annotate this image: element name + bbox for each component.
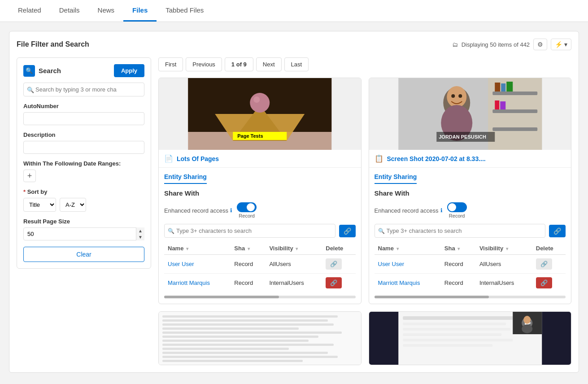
row1-name-1[interactable]: User User [168, 261, 194, 267]
search-label: Search [39, 67, 61, 74]
enhanced-toggle-1[interactable] [237, 202, 257, 212]
search-icon: 🔍 [23, 65, 35, 77]
last-page-button[interactable]: Last [284, 57, 309, 71]
tab-tabbed-files[interactable]: Tabbed Files [157, 0, 213, 22]
file-title-2[interactable]: Screen Shot 2020-07-02 at 8.33.... [387, 155, 486, 162]
sort-row: Title Date Name A-Z Z-A [23, 198, 144, 212]
link-button-1[interactable]: 🔗 [339, 225, 356, 237]
row1-vis-2: AllUsers [476, 255, 532, 274]
file-card-4 [369, 311, 572, 365]
share-with-title-2: Share With [375, 189, 566, 197]
share-search-input-2[interactable] [375, 224, 546, 238]
enhanced-label-2: Enhanced record access ℹ [375, 207, 443, 214]
displaying-count: Displaying 50 items of 442 [462, 41, 530, 48]
enhanced-toggle-2[interactable] [447, 202, 467, 212]
svg-rect-15 [506, 82, 513, 92]
search-mini-icon: 🔍 [27, 86, 34, 93]
delete-btn-row2-1[interactable]: 🔗 [326, 277, 342, 288]
svg-rect-16 [495, 100, 499, 109]
row1-share-1: Record [231, 255, 266, 274]
link-button-2[interactable]: 🔗 [549, 225, 566, 237]
row2-share-2: Record [441, 274, 476, 292]
svg-point-21 [458, 94, 462, 98]
file-title-row-1: 📄 Lots Of Pages [159, 150, 361, 168]
svg-rect-31 [403, 344, 492, 347]
svg-rect-26 [403, 316, 515, 320]
doc-lines-3 [162, 315, 357, 362]
delete-btn-row1-1[interactable]: 🔗 [326, 258, 342, 270]
row2-vis-2: InternalUsers [476, 274, 532, 292]
share-with-title-1: Share With [164, 189, 356, 197]
row1-name-2[interactable]: User User [378, 261, 405, 267]
filter-card: File Filter and Search 🗂 Displaying 50 i… [9, 31, 579, 373]
search-input[interactable] [23, 83, 144, 96]
layers-icon: 🗂 [452, 41, 458, 48]
table-row: Marriott Marquis Record InternalUsers 🔗 [375, 274, 566, 292]
svg-rect-29 [403, 333, 501, 336]
page-size-label: Result Page Size [23, 218, 144, 225]
tab-files[interactable]: Files [123, 0, 157, 22]
svg-point-5 [253, 96, 260, 103]
toggle-wrap-2: Record [447, 202, 467, 218]
autonumber-input[interactable] [23, 112, 144, 125]
next-page-button[interactable]: Next [256, 57, 282, 71]
sort-label: * Sort by [23, 188, 144, 195]
file-thumb-2: JORDAN PESUSICH [369, 78, 571, 150]
search-box: 🔍 Search Apply 🔍 AutoNumber Descri [17, 57, 151, 269]
clear-button[interactable]: Clear [23, 247, 144, 262]
apply-button[interactable]: Apply [114, 64, 144, 77]
page-size-increment[interactable]: ▲ [136, 227, 144, 234]
enhanced-row-2: Enhanced record access ℹ Record [375, 202, 566, 218]
col-name-2[interactable]: Name ▾ [375, 242, 441, 255]
info-icon-2[interactable]: ℹ [440, 207, 443, 214]
row2-vis-1: InternalUsers [266, 274, 322, 292]
svg-rect-11 [492, 109, 537, 113]
file-card-1: Page Tests 📄 Lots Of Pages Entity Sharin… [158, 78, 362, 304]
svg-point-35 [523, 316, 531, 324]
col-share-2[interactable]: Sha ▾ [441, 242, 476, 255]
entity-section-1: Entity Sharing Share With Enhanced recor… [159, 168, 361, 304]
svg-rect-30 [403, 339, 513, 341]
search-title: 🔍 Search [23, 65, 61, 77]
share-search-input-1[interactable] [164, 224, 335, 238]
scroll-thumb-1 [164, 296, 279, 298]
delete-btn-row1-2[interactable]: 🔗 [536, 258, 552, 270]
page-size-wrap: 50 ▲ ▼ [23, 227, 144, 240]
sort-field-select[interactable]: Title Date Name [23, 198, 56, 212]
svg-rect-13 [495, 83, 500, 92]
enhanced-label-1: Enhanced record access ℹ [164, 207, 232, 214]
col-share-1[interactable]: Sha ▾ [231, 242, 266, 255]
date-range-label: Within The Following Date Ranges: [23, 160, 144, 167]
first-page-button[interactable]: First [158, 57, 183, 71]
delete-btn-row2-2[interactable]: 🔗 [536, 277, 552, 288]
description-input[interactable] [23, 141, 144, 154]
tab-related[interactable]: Related [9, 0, 50, 22]
previous-page-button[interactable]: Previous [186, 57, 222, 71]
file-title-1[interactable]: Lots Of Pages [177, 155, 219, 162]
autonumber-label: AutoNumber [23, 103, 144, 109]
svg-rect-17 [500, 101, 505, 109]
col-name-1[interactable]: Name ▾ [164, 242, 231, 255]
col-visibility-1[interactable]: Visibility ▾ [266, 242, 322, 255]
svg-text:Page Tests: Page Tests [237, 133, 263, 139]
page-size-input[interactable]: 50 [23, 227, 144, 240]
share-table-2: Name ▾ Sha ▾ Visibility ▾ Delete User Us… [375, 242, 566, 292]
row2-name-2[interactable]: Marriott Marquis [378, 279, 420, 286]
page-size-decrement[interactable]: ▼ [136, 234, 144, 241]
add-date-range-button[interactable]: + [23, 170, 36, 182]
description-label: Description [23, 131, 144, 138]
gear-button[interactable]: ⚙ [533, 39, 547, 50]
table-row: User User Record AllUsers 🔗 [164, 255, 356, 274]
row2-name-1[interactable]: Marriott Marquis [168, 279, 210, 286]
info-icon-1[interactable]: ℹ [230, 207, 232, 214]
col-visibility-2[interactable]: Visibility ▾ [476, 242, 532, 255]
svg-rect-27 [403, 323, 506, 325]
page-size-spinners: ▲ ▼ [136, 227, 144, 240]
col-delete-1: Delete [322, 242, 355, 255]
tab-news[interactable]: News [89, 0, 124, 22]
layout-container: 🔍 Search Apply 🔍 AutoNumber Descri [17, 57, 571, 365]
entity-section-title-1: Entity Sharing [164, 173, 356, 189]
tab-details[interactable]: Details [50, 0, 89, 22]
lightning-button[interactable]: ⚡ ▾ [551, 39, 571, 50]
sort-direction-select[interactable]: A-Z Z-A [60, 198, 86, 212]
